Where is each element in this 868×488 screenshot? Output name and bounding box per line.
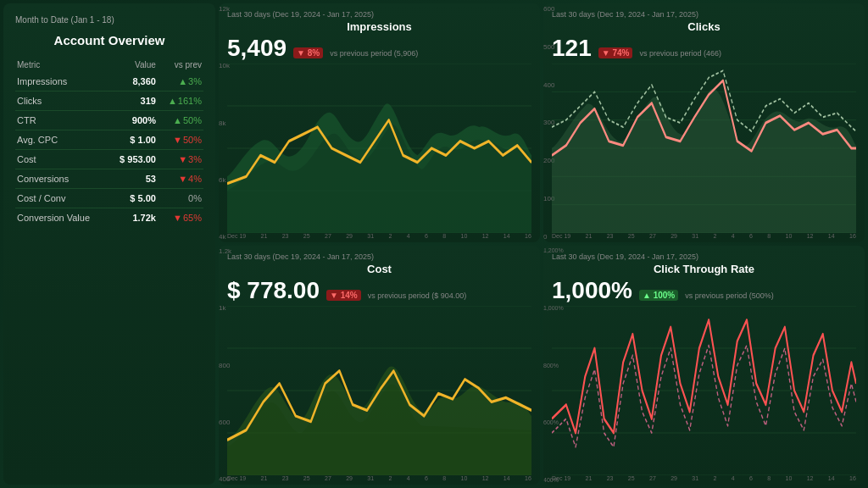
ctr-vs-text: vs previous period (500%) xyxy=(685,291,774,300)
ctr-chart-area xyxy=(552,306,856,475)
table-row: Avg. CPC$ 1.0050% xyxy=(15,130,203,150)
metric-name: Conversion Value xyxy=(15,208,108,228)
metric-value: 319 xyxy=(108,92,157,111)
col-vsprev: vs prev xyxy=(158,58,203,72)
clicks-change: ▼ 74% xyxy=(598,47,633,58)
metric-name: Clicks xyxy=(15,92,108,111)
metric-change: 4% xyxy=(158,169,203,189)
impressions-chart-area xyxy=(227,64,531,233)
ctr-chart: Last 30 days (Dec 19, 2024 - Jan 17, 202… xyxy=(543,246,865,485)
metric-change: 0% xyxy=(158,189,203,208)
metric-value: 1.72k xyxy=(108,208,157,228)
clicks-chart-area xyxy=(552,64,856,233)
metric-name: Conversions xyxy=(15,169,108,189)
ctr-x-labels: Dec 19 21 23 25 27 29 31 2 4 6 8 10 12 1… xyxy=(552,475,856,481)
metric-name: CTR xyxy=(15,111,108,130)
col-value: Value xyxy=(108,58,157,72)
col-metric: Metric xyxy=(15,58,108,72)
metric-change: 50% xyxy=(158,111,203,130)
impressions-change: ▼ 8% xyxy=(293,47,323,58)
table-row: Conversions534% xyxy=(15,169,203,189)
account-overview-title: Account Overview xyxy=(15,33,203,47)
metric-value: 53 xyxy=(108,169,157,189)
metric-name: Cost / Conv xyxy=(15,189,108,208)
clicks-date-range: Last 30 days (Dec 19, 2024 - Jan 17, 202… xyxy=(552,10,856,19)
cost-chart: Last 30 days (Dec 19, 2024 - Jan 17, 202… xyxy=(219,246,540,485)
table-row: Impressions8,3603% xyxy=(15,72,203,92)
period-label: Month to Date (Jan 1 - 18) xyxy=(15,15,203,25)
impressions-change-arrow: ▼ xyxy=(297,48,308,58)
metric-change: 3% xyxy=(158,72,203,92)
metric-change: 50% xyxy=(158,130,203,150)
metric-name: Avg. CPC xyxy=(15,130,108,150)
cost-chart-area xyxy=(227,306,531,475)
table-row: Cost$ 953.003% xyxy=(15,150,203,169)
metric-name: Impressions xyxy=(15,72,108,92)
ctr-date-range: Last 30 days (Dec 19, 2024 - Jan 17, 202… xyxy=(552,252,856,261)
cost-vs-text: vs previous period ($ 904.00) xyxy=(368,291,467,300)
ctr-change: ▲ 100% xyxy=(639,290,678,301)
metric-value: 8,360 xyxy=(108,72,157,92)
table-row: Conversion Value1.72k65% xyxy=(15,208,203,228)
cost-title: Cost xyxy=(227,263,531,275)
metric-value: $ 5.00 xyxy=(108,189,157,208)
metric-value: $ 953.00 xyxy=(108,150,157,169)
clicks-title: Clicks xyxy=(552,20,856,33)
metric-value: 900% xyxy=(108,111,157,130)
cost-x-labels: Dec 19 21 23 25 27 29 31 2 4 6 8 10 12 1… xyxy=(227,475,531,481)
metric-change: 65% xyxy=(158,208,203,228)
impressions-x-labels: Dec 19 21 23 25 27 29 31 2 4 6 8 10 12 1… xyxy=(227,233,531,239)
metric-name: Cost xyxy=(15,150,108,169)
metric-value: $ 1.00 xyxy=(108,130,157,150)
ctr-svg xyxy=(552,306,856,475)
metrics-table: Metric Value vs prev Impressions8,3603%C… xyxy=(15,58,203,227)
impressions-vs-text: vs previous period (5,906) xyxy=(330,49,418,58)
table-row: Cost / Conv$ 5.000% xyxy=(15,189,203,208)
cost-change: ▼ 14% xyxy=(326,290,361,301)
clicks-x-labels: Dec 19 21 23 25 27 29 31 2 4 6 8 10 12 1… xyxy=(552,233,856,239)
left-panel: Month to Date (Jan 1 - 18) Account Overv… xyxy=(3,3,215,485)
clicks-vs-text: vs previous period (466) xyxy=(639,49,721,58)
impressions-chart: Last 30 days (Dec 19, 2024 - Jan 17, 202… xyxy=(219,3,540,242)
table-row: CTR900%50% xyxy=(15,111,203,130)
cost-value: $ 778.00 xyxy=(227,277,320,304)
clicks-svg xyxy=(552,64,856,233)
clicks-chart: Last 30 days (Dec 19, 2024 - Jan 17, 202… xyxy=(543,3,865,242)
impressions-title: Impressions xyxy=(227,20,531,33)
metric-change: 3% xyxy=(158,150,203,169)
impressions-svg xyxy=(227,64,531,233)
metric-change: 161% xyxy=(158,92,203,111)
impressions-date-range: Last 30 days (Dec 19, 2024 - Jan 17, 202… xyxy=(227,10,531,19)
cost-svg xyxy=(227,306,531,475)
ctr-title: Click Through Rate xyxy=(552,263,856,275)
table-row: Clicks319161% xyxy=(15,92,203,111)
cost-date-range: Last 30 days (Dec 19, 2024 - Jan 17, 202… xyxy=(227,252,531,261)
